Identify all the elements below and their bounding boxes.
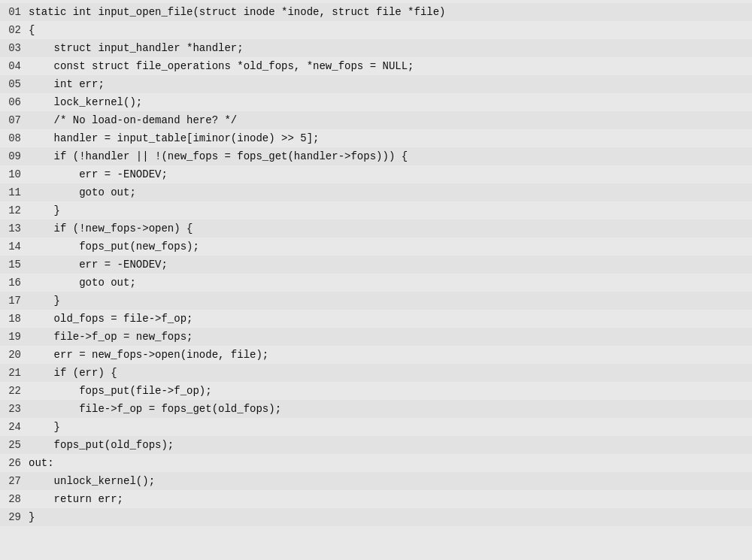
code-line: 14 fops_put(new_fops); [0, 238, 752, 256]
code-line: 08 handler = input_table[iminor(inode) >… [0, 129, 752, 147]
line-content: if (!new_fops->open) { [29, 219, 193, 238]
code-line: 25 fops_put(old_fops); [0, 436, 752, 454]
line-content: out: [29, 454, 54, 472]
line-content: struct input_handler *handler; [29, 39, 244, 57]
line-number: 09 [0, 147, 29, 165]
line-content: } [29, 508, 35, 526]
code-line: 26out: [0, 454, 752, 472]
line-content: if (!handler || !(new_fops = fops_get(ha… [29, 147, 408, 165]
code-line: 28 return err; [0, 490, 752, 508]
line-content: static int input_open_file(struct inode … [29, 3, 446, 21]
line-number: 01 [0, 3, 29, 21]
line-number: 26 [0, 454, 29, 472]
line-number: 22 [0, 382, 29, 400]
code-line: 06 lock_kernel(); [0, 93, 752, 111]
code-line: 04 const struct file_operations *old_fop… [0, 57, 752, 75]
line-number: 27 [0, 472, 29, 490]
line-content: file->f_op = new_fops; [29, 328, 193, 346]
line-content: int err; [29, 75, 105, 93]
line-content: err = -ENODEV; [29, 165, 168, 183]
line-content: err = new_fops->open(inode, file); [29, 346, 268, 364]
code-line: 11 goto out; [0, 183, 752, 201]
line-number: 21 [0, 364, 29, 382]
line-content: return err; [29, 490, 123, 508]
line-content: lock_kernel(); [29, 93, 142, 111]
line-number: 02 [0, 21, 29, 39]
line-content: } [29, 418, 60, 436]
code-line: 09 if (!handler || !(new_fops = fops_get… [0, 147, 752, 165]
line-number: 05 [0, 75, 29, 93]
code-line: 03 struct input_handler *handler; [0, 39, 752, 57]
line-number: 28 [0, 490, 29, 508]
code-line: 23 file->f_op = fops_get(old_fops); [0, 400, 752, 418]
line-number: 11 [0, 183, 29, 201]
code-line: 10 err = -ENODEV; [0, 165, 752, 183]
line-number: 14 [0, 238, 29, 256]
code-line: 27 unlock_kernel(); [0, 472, 752, 490]
line-number: 24 [0, 418, 29, 436]
line-number: 12 [0, 201, 29, 219]
line-content: } [29, 292, 60, 310]
line-content: handler = input_table[iminor(inode) >> 5… [29, 129, 319, 147]
line-content: goto out; [29, 183, 136, 201]
line-number: 04 [0, 57, 29, 75]
line-number: 07 [0, 111, 29, 129]
line-number: 19 [0, 328, 29, 346]
line-content: const struct file_operations *old_fops, … [29, 57, 414, 75]
line-content: err = -ENODEV; [29, 256, 168, 274]
code-line: 24 } [0, 418, 752, 436]
code-line: 20 err = new_fops->open(inode, file); [0, 346, 752, 364]
code-line: 19 file->f_op = new_fops; [0, 328, 752, 346]
line-content: file->f_op = fops_get(old_fops); [29, 400, 281, 418]
line-number: 08 [0, 129, 29, 147]
code-line: 29} [0, 508, 752, 526]
line-number: 23 [0, 400, 29, 418]
code-line: 22 fops_put(file->f_op); [0, 382, 752, 400]
code-line: 02{ [0, 21, 752, 39]
line-content: if (err) { [29, 364, 117, 382]
code-line: 18 old_fops = file->f_op; [0, 310, 752, 328]
line-content: unlock_kernel(); [29, 472, 155, 490]
line-content: fops_put(new_fops); [29, 238, 199, 256]
line-content: fops_put(file->f_op); [29, 382, 212, 400]
line-number: 15 [0, 256, 29, 274]
code-line: 01static int input_open_file(struct inod… [0, 3, 752, 21]
code-line: 17 } [0, 292, 752, 310]
code-line: 13 if (!new_fops->open) { [0, 219, 752, 238]
line-content: old_fops = file->f_op; [29, 310, 193, 328]
line-number: 13 [0, 219, 29, 238]
line-content: /* No load-on-demand here? */ [29, 111, 237, 129]
line-number: 20 [0, 346, 29, 364]
line-number: 18 [0, 310, 29, 328]
line-content: goto out; [29, 274, 136, 292]
line-number: 25 [0, 436, 29, 454]
code-line: 16 goto out; [0, 274, 752, 292]
code-line: 05 int err; [0, 75, 752, 93]
line-number: 06 [0, 93, 29, 111]
code-viewer: 01static int input_open_file(struct inod… [0, 0, 752, 560]
line-number: 17 [0, 292, 29, 310]
code-line: 12 } [0, 201, 752, 219]
code-line: 07 /* No load-on-demand here? */ [0, 111, 752, 129]
line-content: } [29, 201, 60, 219]
code-line: 15 err = -ENODEV; [0, 256, 752, 274]
code-line: 21 if (err) { [0, 364, 752, 382]
line-number: 29 [0, 508, 29, 526]
line-content: fops_put(old_fops); [29, 436, 174, 454]
line-number: 03 [0, 39, 29, 57]
line-content: { [29, 21, 35, 39]
line-number: 16 [0, 274, 29, 292]
line-number: 10 [0, 165, 29, 183]
